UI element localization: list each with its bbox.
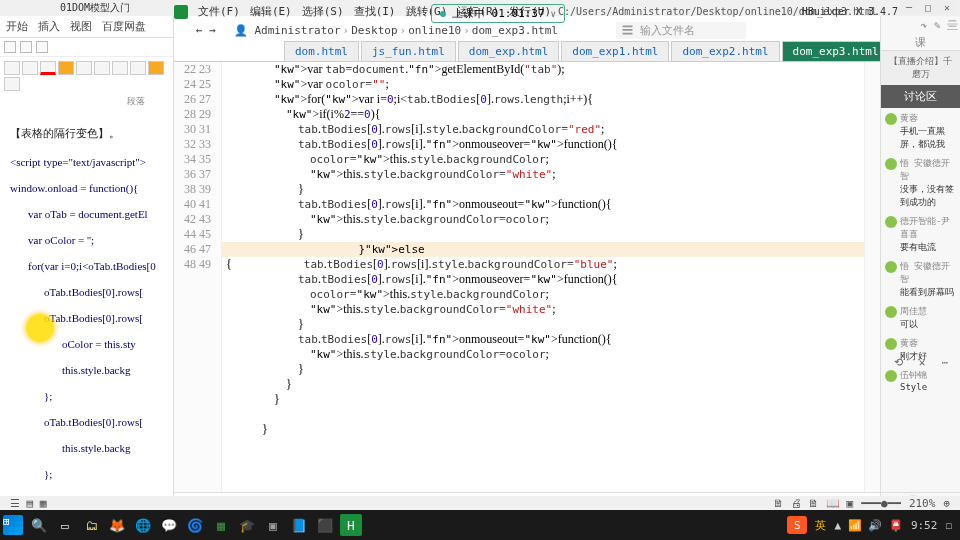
avatar-icon: [885, 306, 897, 318]
chat-tab[interactable]: 讨论区: [881, 85, 960, 108]
tool-copy-icon[interactable]: [20, 41, 32, 53]
more-icon[interactable]: ⋯: [941, 356, 948, 369]
line-gutter: 22 23 24 25 26 27 28 29 30 31 32 33 34 3…: [174, 62, 222, 492]
tab-exp3[interactable]: dom_exp3.html: [782, 41, 890, 61]
chat-msg: 悟 安徽德开智没事，没有签到成功的: [885, 157, 956, 209]
wtab-insert[interactable]: 插入: [38, 19, 60, 34]
live-status[interactable]: 上课中 01:01:37 ∨: [431, 4, 565, 23]
wtab-netdisk[interactable]: 百度网盘: [102, 19, 146, 34]
maximize-button[interactable]: □: [919, 0, 937, 14]
tool-cut-icon[interactable]: [4, 41, 16, 53]
start-button[interactable]: ⊞: [3, 515, 23, 535]
refresh-icon[interactable]: ⟲: [894, 356, 903, 369]
editor-tabs: dom.html js_fun.html dom_exp.html dom_ex…: [174, 40, 880, 62]
avatar-icon: [885, 370, 897, 382]
menu-select[interactable]: 选择(S): [302, 4, 344, 19]
avatar-icon: [885, 216, 897, 228]
word-doc: 【【表格的隔行变色】表格的隔行变色】。 <script type="text/j…: [0, 108, 173, 492]
doc-title: 01DOM模型入门: [0, 1, 174, 15]
chat-msg: 悟 安徽德开智能看到屏幕吗: [885, 260, 956, 299]
explorer-icon[interactable]: 🗂: [78, 512, 104, 538]
para-caption: 段落: [0, 95, 173, 108]
tab-jsfun[interactable]: js_fun.html: [361, 41, 456, 61]
chat-msg: 德开智能-尹喜喜要有电流: [885, 215, 956, 254]
list-icon[interactable]: [130, 61, 146, 75]
close-button[interactable]: ✕: [938, 0, 956, 14]
menu-file[interactable]: 文件(F): [198, 4, 240, 19]
cmd-icon[interactable]: ⬛: [312, 512, 338, 538]
system-tray[interactable]: S 英 ▲ 📶 🔊 📮 9:52 ☐: [787, 516, 960, 534]
breadcrumbs: ← → 👤 AdministratorDesktoponline10dom_ex…: [174, 22, 880, 38]
live-icon[interactable]: 🎓: [234, 512, 260, 538]
underline-icon[interactable]: [22, 61, 38, 75]
avatar-icon: [885, 113, 897, 125]
chat-pane: ↷ ✎ 亖 课 【直播介绍】千磨万 讨论区 黄蓉手机一直黑屏，都说我悟 安徽德开…: [880, 16, 960, 510]
avatar-icon: [885, 338, 897, 350]
highlight-icon[interactable]: [58, 61, 74, 75]
code-editor: dom.html js_fun.html dom_exp.html dom_ex…: [174, 40, 880, 510]
wtab-start[interactable]: 开始: [6, 19, 28, 34]
firefox-icon[interactable]: 🦊: [104, 512, 130, 538]
chat-msg: 周佳慧可以: [885, 305, 956, 331]
avatar-icon: [885, 158, 897, 170]
font-color-icon[interactable]: [40, 61, 56, 75]
code-content[interactable]: "kw">var tab=document."fn">getElementByI…: [222, 62, 864, 492]
app-icon[interactable]: ▣: [260, 512, 286, 538]
word-icon[interactable]: 📘: [286, 512, 312, 538]
hbuilder-logo-icon: [174, 5, 188, 19]
align-left-icon[interactable]: [76, 61, 92, 75]
minimap-scrollbar[interactable]: [864, 62, 880, 492]
align-right-icon[interactable]: [112, 61, 128, 75]
word-statusbar: ☰ ▤ ▦ 🗎 🖨 🗎 📖 ▣ ━━━●━━ 210% ⊕: [0, 496, 960, 510]
tab-exp2[interactable]: dom_exp2.html: [671, 41, 779, 61]
chat-header: 【直播介绍】千磨万: [881, 51, 960, 85]
chevron-down-icon[interactable]: ∨: [551, 9, 556, 19]
align-center-icon[interactable]: [94, 61, 110, 75]
border-icon[interactable]: [4, 77, 20, 91]
word-pane: 开始 插入 视图 百度网盘 段落 【【表格的隔行变色】表格的隔行变色】。 <sc…: [0, 16, 174, 510]
tool-brush-icon[interactable]: [36, 41, 48, 53]
close-icon[interactable]: ✕: [919, 356, 926, 369]
search-icon[interactable]: 🔍: [26, 512, 52, 538]
tab-exp[interactable]: dom_exp.html: [458, 41, 559, 61]
live-dot-icon: [440, 11, 446, 17]
file-search-input[interactable]: ☰ 输入文件名: [616, 22, 746, 39]
highlight-cursor: [26, 314, 54, 342]
taskbar: ⊞ 🔍 ▭ 🗂 🦊 🌐 💬 🌀 ▦ 🎓 ▣ 📘 ⬛ H S 英 ▲ 📶 🔊 📮 …: [0, 510, 960, 540]
tab-exp1[interactable]: dom_exp1.html: [561, 41, 669, 61]
tab-dom[interactable]: dom.html: [284, 41, 359, 61]
menu-edit[interactable]: 编辑(E): [250, 4, 292, 19]
sogou-ime-icon[interactable]: S: [787, 516, 807, 534]
wtab-view[interactable]: 视图: [70, 19, 92, 34]
edge-icon[interactable]: 🌀: [182, 512, 208, 538]
chat-msg: 伍钟锦Style: [885, 369, 956, 392]
menu-find[interactable]: 查找(I): [354, 4, 396, 19]
fill-icon[interactable]: [148, 61, 164, 75]
chrome-icon[interactable]: 🌐: [130, 512, 156, 538]
taskview-icon[interactable]: ▭: [52, 512, 78, 538]
chat-msg: 黄蓉手机一直黑屏，都说我: [885, 112, 956, 151]
avatar-icon: [885, 261, 897, 273]
bold-icon[interactable]: [4, 61, 20, 75]
hb-icon[interactable]: H: [340, 514, 362, 536]
live-label: 上课中 01:01:37: [452, 6, 545, 21]
minimize-button[interactable]: ─: [900, 0, 918, 14]
excel-icon[interactable]: ▦: [208, 512, 234, 538]
wechat-icon[interactable]: 💬: [156, 512, 182, 538]
